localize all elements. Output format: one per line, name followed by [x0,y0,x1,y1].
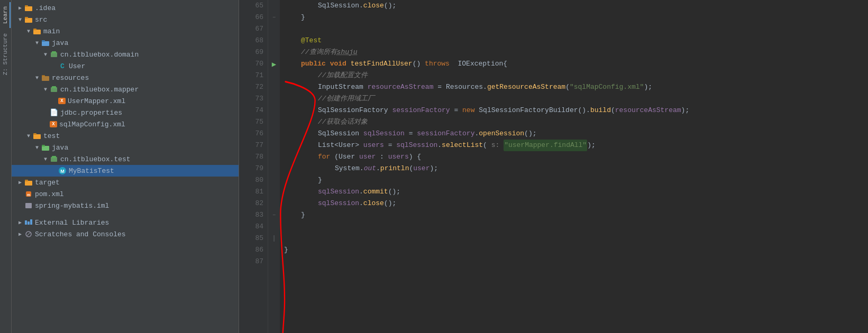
code-area[interactable]: SqlSession.close(); } @Test //查询所有 [280,0,868,333]
svg-rect-2 [25,18,32,23]
tree-label-mybatis-test: MyBatisTest [69,167,114,175]
xml-icon-usermapper: X [58,98,66,104]
tree-item-java-test[interactable]: java [12,142,239,153]
ln-85: 85 [239,233,268,244]
gutter-69 [268,47,280,58]
ln-80: 80 [239,174,268,186]
expand-arrow-test-pkg[interactable] [41,155,50,163]
code-line-81: sqlSession . commit (); [284,186,864,198]
code-line-87 [284,256,864,267]
ln-68: 68 [239,35,268,47]
folder-test-icon [41,143,50,152]
svg-rect-5 [33,29,36,30]
code-70-method-name: testFindAllUser [351,58,413,70]
editor-main: 65 66 67 68 69 70 71 72 73 74 75 76 77 7… [239,0,868,333]
tree-item-target[interactable]: target [12,177,239,188]
tree-item-mapper[interactable]: cn.itbluebox.mapper [12,84,239,95]
code-line-71: //加载配置文件 [284,70,864,81]
tree-item-mybatis-test[interactable]: M MyBatisTest [12,165,239,177]
svg-rect-14 [33,134,41,139]
run-icon[interactable]: ▶ [272,60,276,69]
code-line-80: } [284,174,864,186]
left-tab-strip: Learn Z: Structure [0,0,12,333]
string-usermapper-findall: "userMapper.findAll" [504,140,587,151]
gutter-78 [268,151,280,163]
code-line-77: List<User> users = sqlSession . selectLi… [284,140,864,151]
tree-item-user[interactable]: C User [12,60,239,72]
gutter-73 [268,93,280,105]
svg-rect-7 [42,40,45,42]
code-line-76: SqlSession sqlSession = sessionFactory .… [284,128,864,140]
tree-item-sqlmap[interactable]: X sqlMapConfig.xml [12,118,239,130]
code-content-wrapper[interactable]: SqlSession.close(); } @Test //查询所有 [280,0,868,333]
svg-rect-4 [33,30,41,34]
svg-text:m: m [27,193,30,197]
tree-item-test-pkg[interactable]: cn.itbluebox.test [12,153,239,165]
tree-item-usermapper[interactable]: X UserMapper.xml [12,95,239,107]
structure-tab[interactable]: Z: Structure [1,29,11,79]
ln-87: 87 [239,256,268,267]
tree-item-domain[interactable]: cn.itbluebox.domain [12,49,239,60]
expand-arrow-resources[interactable] [33,73,41,82]
tree-item-src[interactable]: src [12,14,239,25]
expand-arrow-mapper[interactable] [41,85,50,94]
expand-arrow-test[interactable] [24,132,33,140]
gutter-84 [268,221,280,233]
folder-icon-main [33,27,41,35]
tree-item-iml[interactable]: spring-mybatis.iml [12,200,239,211]
code-line-74: SqlSessionFactory sessionFactory = new S… [284,105,864,116]
tree-item-main[interactable]: main [12,25,239,37]
expand-arrow-scratches[interactable] [16,230,24,238]
tree-item-resources[interactable]: resources [12,72,239,84]
gutter-87 [268,256,280,267]
ln-82: 82 [239,198,268,209]
svg-rect-23 [25,180,28,181]
package-icon-test [50,155,58,163]
project-tree-panel: .idea src main java [12,0,239,333]
svg-rect-22 [25,181,32,186]
expand-arrow-src[interactable] [16,15,24,24]
scratches-icon [24,230,33,238]
folder-icon-target [24,178,33,187]
gutter-80 [268,174,280,186]
code-line-66: } [284,12,864,23]
tree-item-jdbc[interactable]: 📄 jdbc.properties [12,107,239,118]
expand-arrow-java-main[interactable] [33,39,41,47]
iml-icon [24,201,33,210]
ln-79: 79 [239,163,268,174]
svg-line-31 [26,232,30,236]
expand-arrow-domain[interactable] [41,50,50,59]
tree-item-ext-libs[interactable]: External Libraries [12,217,239,228]
properties-icon-jdbc: 📄 [50,108,58,117]
project-tree: .idea src main java [12,0,239,333]
tree-item-idea[interactable]: .idea [12,2,239,14]
tree-item-scratches[interactable]: Scratches and Consoles [12,228,239,240]
gutter-74 [268,105,280,116]
tree-label-iml: spring-mybatis.iml [35,202,109,210]
svg-text:M: M [60,169,65,174]
gutter-71 [268,70,280,81]
learn-tab[interactable]: Learn [1,2,11,28]
tree-item-java-main[interactable]: java [12,37,239,49]
gutter-83: − [268,209,280,221]
svg-rect-13 [52,86,56,88]
ln-75: 75 [239,116,268,128]
gutter-70[interactable]: ▶ [268,58,280,70]
tree-label-idea: .idea [35,4,56,12]
tree-label-scratches: Scratches and Consoles [35,230,126,238]
tree-item-test[interactable]: test [12,130,239,142]
tree-label-src: src [35,16,47,24]
svg-rect-15 [33,133,36,135]
ln-77: 77 [239,140,268,151]
expand-arrow-java-test[interactable] [33,143,41,152]
svg-rect-27 [25,220,27,225]
svg-rect-10 [42,76,49,81]
expand-arrow-main[interactable] [24,27,33,35]
svg-rect-16 [42,146,49,151]
xml-icon-sqlmap: X [50,121,57,127]
expand-arrow-idea[interactable] [16,4,24,12]
expand-arrow-ext-libs[interactable] [16,218,24,227]
tree-label-resources: resources [52,74,89,82]
tree-item-pom[interactable]: m pom.xml [12,188,239,200]
expand-arrow-target[interactable] [16,178,24,187]
